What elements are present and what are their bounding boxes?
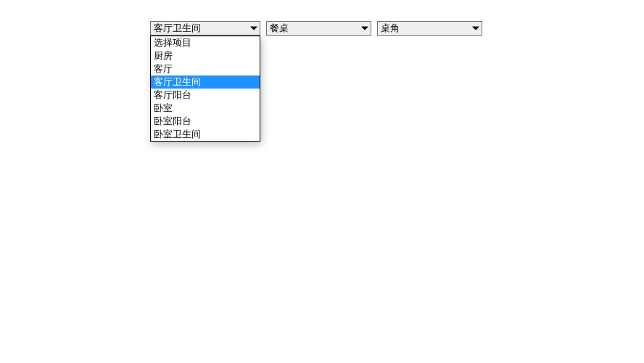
- dropdown-item[interactable]: 客厅: [151, 62, 260, 76]
- select-room-dropdown[interactable]: 选择项目厨房客厅客厅卫生间客厅阳台卧室卧室阳台卧室卫生间: [150, 36, 260, 142]
- select-furniture-value: 餐桌: [270, 23, 289, 33]
- dropdown-item[interactable]: 客厅卫生间: [151, 76, 260, 89]
- dropdown-item[interactable]: 卧室: [151, 102, 260, 115]
- chevron-down-icon: [472, 27, 479, 30]
- select-furniture[interactable]: 餐桌: [266, 21, 371, 36]
- select-room-value: 客厅卫生间: [154, 23, 201, 33]
- select-part[interactable]: 桌角: [377, 21, 482, 36]
- select-part-value: 桌角: [381, 23, 400, 33]
- chevron-down-icon: [361, 27, 368, 30]
- dropdown-item[interactable]: 卧室阳台: [151, 115, 260, 128]
- select-row: 客厅卫生间 餐桌 桌角: [150, 21, 482, 36]
- dropdown-item[interactable]: 客厅阳台: [151, 89, 260, 102]
- chevron-down-icon: [250, 27, 257, 30]
- dropdown-item[interactable]: 选择项目: [151, 36, 260, 49]
- dropdown-item[interactable]: 厨房: [151, 49, 260, 62]
- dropdown-item[interactable]: 卧室卫生间: [151, 128, 260, 141]
- select-room[interactable]: 客厅卫生间: [150, 21, 260, 36]
